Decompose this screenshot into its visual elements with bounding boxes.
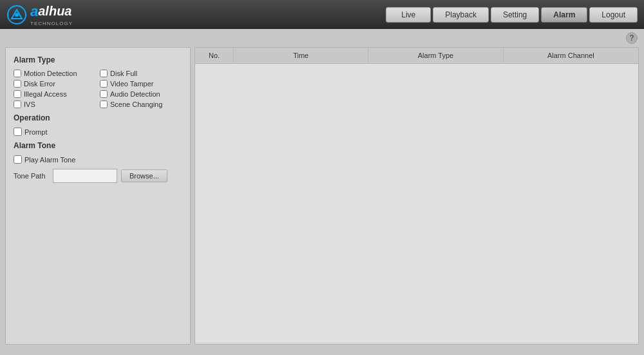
checkbox-prompt[interactable]: Prompt <box>14 128 182 136</box>
main-wrapper: ? Alarm Type Motion Detection Disk Full … <box>0 29 644 355</box>
column-alarm-channel: Alarm Channel <box>504 48 638 63</box>
checkbox-motion-detection-input[interactable] <box>14 70 21 77</box>
logo-brand-a: a <box>30 3 38 20</box>
right-panel: No. Time Alarm Type Alarm Channel <box>194 47 639 345</box>
logo-icon <box>6 5 27 25</box>
checkbox-disk-full[interactable]: Disk Full <box>100 70 182 77</box>
nav-live-button[interactable]: Live <box>386 7 431 23</box>
checkbox-scene-changing-input[interactable] <box>100 101 108 108</box>
browse-button[interactable]: Browse... <box>121 169 167 182</box>
checkbox-illegal-access[interactable]: Illegal Access <box>14 90 96 98</box>
tone-path-input[interactable] <box>53 169 117 183</box>
column-no: No. <box>195 48 234 63</box>
tone-path-row: Tone Path Browse... <box>14 169 182 183</box>
header: a alhua TECHNOLOGY Live Playback Setting… <box>0 0 644 29</box>
checkbox-prompt-label: Prompt <box>24 128 47 136</box>
checkbox-audio-detection-label: Audio Detection <box>110 90 160 98</box>
nav-logout-button[interactable]: Logout <box>589 7 638 23</box>
left-panel: Alarm Type Motion Detection Disk Full Di… <box>5 47 191 345</box>
checkbox-disk-full-label: Disk Full <box>110 70 137 77</box>
checkbox-ivs[interactable]: IVS <box>14 101 96 108</box>
logo: a alhua TECHNOLOGY <box>6 3 73 26</box>
checkbox-disk-error[interactable]: Disk Error <box>14 80 96 88</box>
checkbox-disk-error-input[interactable] <box>14 80 21 88</box>
checkbox-ivs-label: IVS <box>24 101 35 108</box>
svg-point-1 <box>15 13 19 17</box>
logo-sub-text: TECHNOLOGY <box>30 21 73 26</box>
table-body <box>195 64 638 342</box>
checkbox-ivs-input[interactable] <box>14 101 21 108</box>
checkbox-audio-detection[interactable]: Audio Detection <box>100 90 182 98</box>
checkbox-scene-changing-label: Scene Changing <box>110 101 162 108</box>
checkbox-play-alarm-tone-input[interactable] <box>14 155 22 164</box>
tone-path-label: Tone Path <box>14 172 49 180</box>
checkbox-illegal-access-label: Illegal Access <box>24 90 67 98</box>
help-icon[interactable]: ? <box>626 32 638 44</box>
nav-setting-button[interactable]: Setting <box>491 7 539 23</box>
checkbox-motion-detection-label: Motion Detection <box>24 70 77 77</box>
table-header: No. Time Alarm Type Alarm Channel <box>195 48 638 64</box>
column-alarm-type: Alarm Type <box>368 48 503 63</box>
checkbox-disk-error-label: Disk Error <box>24 80 55 88</box>
checkbox-audio-detection-input[interactable] <box>100 90 108 98</box>
checkbox-illegal-access-input[interactable] <box>14 90 21 98</box>
checkbox-video-tamper-label: Video Tamper <box>110 80 153 88</box>
alarm-type-checkboxes: Motion Detection Disk Full Disk Error Vi… <box>14 70 182 108</box>
alarm-tone-title: Alarm Tone <box>14 141 182 150</box>
checkbox-play-alarm-tone-label: Play Alarm Tone <box>24 156 75 164</box>
logo-main: a alhua <box>30 3 73 20</box>
checkbox-play-alarm-tone[interactable]: Play Alarm Tone <box>14 155 182 164</box>
checkbox-motion-detection[interactable]: Motion Detection <box>14 70 96 77</box>
alarm-type-title: Alarm Type <box>14 55 182 64</box>
logo-brand-rest: alhua <box>38 4 71 19</box>
checkbox-scene-changing[interactable]: Scene Changing <box>100 101 182 108</box>
column-time: Time <box>234 48 368 63</box>
logo-text-container: a alhua TECHNOLOGY <box>30 3 73 26</box>
operation-title: Operation <box>14 113 182 122</box>
nav-buttons: Live Playback Setting Alarm Logout <box>386 7 638 23</box>
checkbox-video-tamper-input[interactable] <box>100 80 108 88</box>
nav-playback-button[interactable]: Playback <box>433 7 489 23</box>
nav-alarm-button[interactable]: Alarm <box>541 7 587 23</box>
checkbox-video-tamper[interactable]: Video Tamper <box>100 80 182 88</box>
content-area: Alarm Type Motion Detection Disk Full Di… <box>5 47 639 345</box>
checkbox-prompt-input[interactable] <box>14 128 22 136</box>
checkbox-disk-full-input[interactable] <box>100 70 108 77</box>
